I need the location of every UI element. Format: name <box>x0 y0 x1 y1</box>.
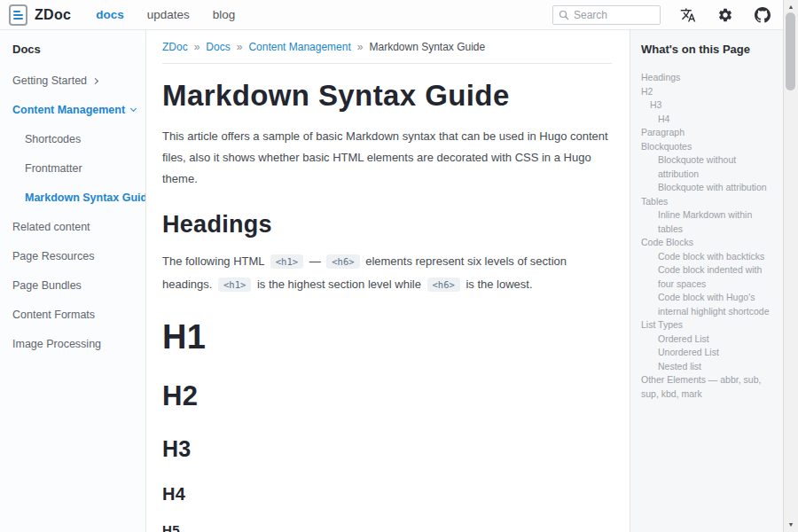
toc-sidebar: What's on this Page Headings H2 H3 H4 Pa… <box>630 30 783 532</box>
paragraph-segment: is the highest section level while <box>254 278 424 291</box>
toc-item[interactable]: Headings <box>641 71 776 85</box>
demo-heading: H1 <box>162 318 612 356</box>
sidebar-item-label: Content Formats <box>12 309 95 321</box>
toc-item[interactable]: Paragraph <box>641 126 776 140</box>
paragraph-segment: <h6> <box>427 278 460 292</box>
sidebar-item[interactable]: Content Management <box>12 100 138 120</box>
sidebar-item[interactable]: Markdown Syntax Guide <box>12 188 138 207</box>
toc-item[interactable]: H4 <box>641 113 776 127</box>
chevron-icon <box>92 78 98 84</box>
sidebar-item-label: Page Bundles <box>12 279 82 292</box>
top-nav-item[interactable]: blog <box>213 8 236 21</box>
toc-item[interactable]: Code Blocks <box>641 236 776 250</box>
toc-item[interactable]: Blockquotes <box>641 140 776 154</box>
section-heading-headings: Headings <box>162 211 612 239</box>
search-input[interactable] <box>574 9 654 21</box>
translate-icon[interactable] <box>680 7 696 23</box>
scroll-up-arrow-icon[interactable]: ▲ <box>784 0 798 12</box>
toc-title: What's on this Page <box>641 43 776 56</box>
sidebar-item-label: Getting Started <box>12 74 87 87</box>
breadcrumb-link[interactable]: ZDoc <box>162 41 188 53</box>
toc-item[interactable]: Blockquote without attribution <box>641 153 776 181</box>
breadcrumb-item: ZDoc » <box>162 41 206 53</box>
toc-item[interactable]: Inline Markdown within tables <box>641 208 776 236</box>
paragraph-segment: <h1> <box>270 254 303 269</box>
top-nav-links: docs updates blog <box>96 8 235 21</box>
sidebar-item-label: Image Processing <box>12 338 101 350</box>
sidebar-title: Docs <box>12 43 138 56</box>
toc-item[interactable]: List Types <box>641 318 776 332</box>
toc-item[interactable]: Code block with Hugo's internal highligh… <box>641 291 776 318</box>
sidebar-item[interactable]: Page Resources <box>12 246 138 266</box>
breadcrumb-item: Docs » <box>206 41 248 53</box>
scroll-down-arrow-icon[interactable]: ▼ <box>784 518 798 530</box>
toc-item[interactable]: Unordered List <box>641 346 776 360</box>
breadcrumb: ZDoc » Docs » Content Management » <box>162 41 612 53</box>
toc-item[interactable]: H2 <box>641 85 776 99</box>
breadcrumb-link[interactable]: Docs <box>206 41 230 53</box>
article-intro: This article offers a sample of basic Ma… <box>162 126 612 190</box>
demo-heading: H3 <box>162 436 612 462</box>
top-nav-item[interactable]: docs <box>96 8 124 21</box>
demo-heading: H5 <box>162 522 612 532</box>
paragraph-segment: — <box>306 254 324 268</box>
paragraph-segment: is the lowest. <box>463 278 533 291</box>
sidebar-item-label: Related content <box>12 221 90 233</box>
toc-item[interactable]: Nested list <box>641 360 776 374</box>
breadcrumb-separator: » <box>357 41 364 53</box>
brand-title[interactable]: ZDoc <box>35 7 71 23</box>
sidebar-item-label: Shortcodes <box>25 133 81 145</box>
toc-item[interactable]: Other Elements — abbr, sub, sup, kbd, ma… <box>641 373 776 401</box>
toolbar-icons <box>680 7 771 23</box>
toc-item[interactable]: Ordered List <box>641 332 776 347</box>
top-navbar: ZDoc docs updates blog <box>0 0 783 30</box>
scrollbar-thumb[interactable] <box>786 12 795 90</box>
sidebar-nav: Getting Started Content Management Short… <box>12 71 138 354</box>
chevron-icon <box>130 106 137 112</box>
page-title: Markdown Syntax Guide <box>162 79 612 113</box>
demo-headings: H1 H2 H3 H4 H5 H6 <box>162 318 612 532</box>
toc-item[interactable]: Code block indented with four spaces <box>641 263 776 291</box>
vertical-scrollbar[interactable]: ▲ ▼ <box>783 0 798 532</box>
sidebar-item[interactable]: Frontmatter <box>12 159 138 178</box>
sidebar-item-label: Page Resources <box>12 250 94 262</box>
demo-heading: H4 <box>162 484 612 505</box>
sidebar-item[interactable]: Shortcodes <box>12 129 138 149</box>
breadcrumb-separator: » <box>194 41 200 53</box>
sidebar-item[interactable]: Page Bundles <box>12 276 138 295</box>
breadcrumb-item: Markdown Syntax Guide » <box>369 41 485 53</box>
toc-item[interactable]: Blockquote with attribution <box>641 181 776 195</box>
toc-item[interactable]: H3 <box>641 98 776 113</box>
top-nav-item[interactable]: updates <box>147 8 190 21</box>
article-main: ZDoc » Docs » Content Management » <box>146 30 630 532</box>
sidebar-item[interactable]: Image Processing <box>12 334 138 354</box>
app-window: ZDoc docs updates blog <box>0 0 783 532</box>
toc-item[interactable]: Code block with backticks <box>641 250 776 264</box>
gear-icon[interactable] <box>717 7 733 23</box>
page-body: Docs Getting Started Content Management … <box>0 30 783 532</box>
search-icon <box>559 10 569 20</box>
breadcrumb-link[interactable]: Markdown Syntax Guide <box>369 41 485 53</box>
sidebar-item-label: Content Management <box>12 104 125 116</box>
paragraph-segment: <h6> <box>326 254 359 269</box>
paragraph-segment: The following HTML <box>162 254 268 268</box>
headings-paragraph: The following HTML <h1> — <h6> elements … <box>162 250 612 296</box>
paragraph-segment: <h1> <box>218 278 251 292</box>
sidebar-item-label: Markdown Syntax Guide <box>25 192 146 204</box>
search-box[interactable] <box>552 5 661 25</box>
toc-item[interactable]: Tables <box>641 195 776 209</box>
breadcrumb-divider <box>162 63 612 64</box>
toc-list: Headings H2 H3 H4 Paragraph Blockquotes … <box>641 71 776 401</box>
breadcrumb-link[interactable]: Content Management <box>248 41 350 53</box>
breadcrumb-separator: » <box>237 41 243 53</box>
zdoc-logo-icon[interactable] <box>9 4 27 26</box>
github-icon[interactable] <box>755 7 771 23</box>
sidebar-item[interactable]: Getting Started <box>12 71 138 90</box>
breadcrumb-item: Content Management » <box>248 41 369 53</box>
sidebar-item[interactable]: Related content <box>12 217 138 237</box>
demo-heading: H2 <box>162 380 612 412</box>
sidebar-item[interactable]: Content Formats <box>12 305 138 325</box>
docs-sidebar: Docs Getting Started Content Management … <box>0 30 146 532</box>
sidebar-item-label: Frontmatter <box>25 162 82 175</box>
